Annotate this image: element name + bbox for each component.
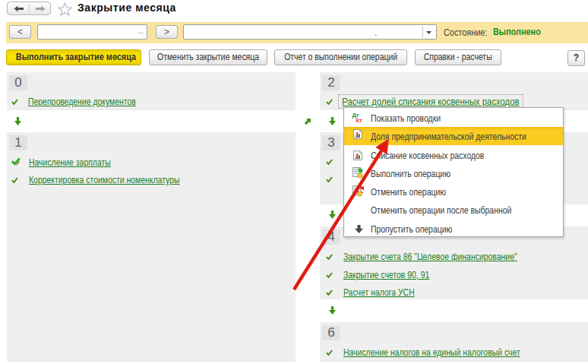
svg-text:Кт: Кт — [356, 117, 363, 123]
